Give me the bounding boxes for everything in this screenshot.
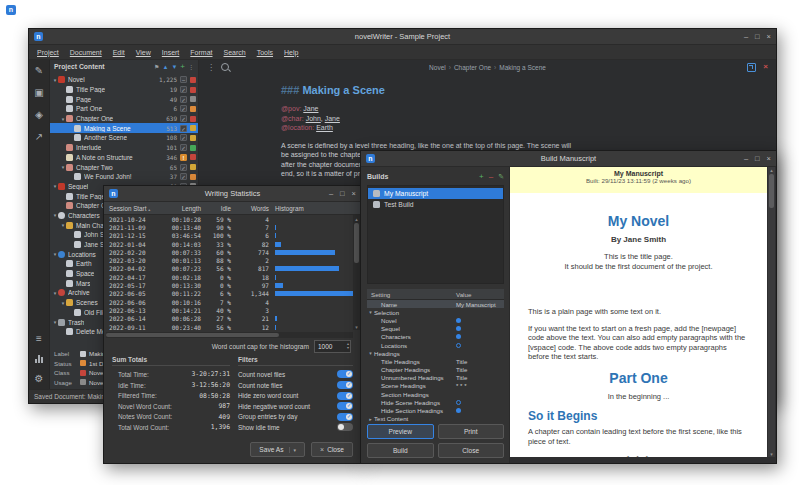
novelwriter-desktop-icon[interactable]: n (6, 5, 16, 15)
menu-format[interactable]: Format (185, 49, 217, 56)
add-item-icon[interactable]: + (180, 63, 185, 71)
setting-row[interactable]: Scene Headings* * * (367, 382, 504, 390)
column-words[interactable]: Words (231, 205, 269, 212)
histogram-cap-spinner[interactable]: 1000 ▴▾ (314, 340, 351, 353)
close-document-icon[interactable]: × (763, 63, 768, 72)
menu-help[interactable]: Help (279, 49, 303, 56)
build-close-button[interactable]: Close (438, 443, 505, 458)
tree-item[interactable]: ▾Novel1,225– (50, 75, 198, 85)
stats-titlebar[interactable]: n Writing Statistics –□× (104, 186, 361, 202)
menu-tools[interactable]: Tools (252, 49, 278, 56)
close-icon[interactable]: × (352, 189, 356, 198)
setting-row[interactable]: NameMy Manuscript (367, 300, 504, 308)
build-list-item[interactable]: Test Build (368, 199, 503, 210)
filter-toggle[interactable]: ✓ (337, 413, 353, 421)
breadcrumb-part[interactable]: Novel (429, 64, 446, 71)
keyword-value-link[interactable]: Jane (303, 105, 318, 112)
expand-arrow-icon[interactable]: ▾ (367, 309, 374, 315)
scroll-up-icon[interactable]: ▴ (353, 216, 360, 222)
active-checkbox[interactable]: ✓ (180, 164, 187, 171)
expand-arrow-icon[interactable]: ▸ (367, 416, 374, 422)
tree-item[interactable]: Page49✓ (50, 94, 198, 104)
setting-row[interactable]: Title HeadingsTitle (367, 357, 504, 365)
maximize-icon[interactable]: □ (755, 154, 760, 163)
build-button[interactable]: Build (367, 443, 434, 458)
tree-item[interactable]: We Found John!37✓ (50, 172, 198, 182)
column-idle[interactable]: Idle (201, 205, 231, 212)
active-checkbox[interactable]: ✓ (180, 86, 187, 93)
tree-item[interactable]: ▾Chapter Two65✓ (50, 162, 198, 172)
filter-toggle[interactable]: ✓ (337, 370, 353, 378)
filter-toggle[interactable] (337, 423, 353, 431)
list-icon[interactable]: ≡ (33, 332, 46, 345)
setting-row[interactable]: Chapter HeadingsTitle (367, 366, 504, 374)
preview-scrollbar[interactable]: ▴ ▾ (768, 167, 775, 457)
remove-build-icon[interactable]: – (489, 173, 493, 181)
bookmark-icon[interactable]: ⚑ (154, 63, 159, 71)
save-as-button[interactable]: Save As▾ (250, 442, 305, 457)
project-outline-icon[interactable]: ▣ (33, 86, 46, 99)
setting-row[interactable]: Unnumbered HeadingsTitle (367, 374, 504, 382)
menu-edit[interactable]: Edit (108, 49, 130, 56)
filter-toggle[interactable]: ✓ (337, 402, 353, 410)
spinner-arrows-icon[interactable]: ▴▾ (347, 341, 349, 352)
active-checkbox[interactable]: ✓ (180, 125, 187, 132)
column-session-start[interactable]: Session Start ▴ (104, 205, 157, 212)
setting-row[interactable]: ▾Headings (367, 349, 504, 357)
active-checkbox[interactable]: ✓ (180, 115, 187, 122)
tree-item[interactable]: A Note on Structure346! (50, 153, 198, 163)
active-checkbox[interactable]: ✓ (180, 96, 187, 103)
filter-toggle[interactable]: ✓ (337, 392, 353, 400)
scroll-up-icon[interactable]: ▴ (768, 167, 775, 173)
tree-item[interactable]: Part One6✓ (50, 104, 198, 114)
build-titlebar[interactable]: n Build Manuscript –□× (361, 151, 776, 167)
maximize-icon[interactable]: □ (340, 189, 345, 198)
novel-view-icon[interactable]: ◈ (33, 108, 46, 121)
edit-build-icon[interactable]: ✎ (498, 173, 504, 181)
stats-vertical-scrollbar[interactable]: ▴ ▾ (353, 215, 360, 330)
tree-item[interactable]: Interlude101✓ (50, 143, 198, 153)
active-checkbox[interactable]: – (180, 76, 187, 83)
column-histogram[interactable]: Histogram (269, 205, 361, 212)
tree-item[interactable]: Title Page19✓ (50, 85, 198, 95)
panel-menu-icon[interactable]: ⋮ (188, 63, 194, 71)
scroll-down-icon[interactable]: ▾ (768, 451, 775, 457)
menu-document[interactable]: Document (65, 49, 107, 56)
maximize-icon[interactable]: □ (755, 32, 760, 41)
statistics-icon[interactable] (35, 354, 43, 363)
filter-toggle[interactable]: ✓ (337, 381, 353, 389)
stats-horizontal-scrollbar[interactable] (106, 332, 353, 338)
breadcrumb-part[interactable]: Making a Scene (499, 64, 546, 71)
move-down-icon[interactable]: ▼ (171, 63, 177, 71)
setting-row[interactable]: Characters (367, 333, 504, 341)
setting-row[interactable]: Hide Scene Headings (367, 398, 504, 406)
focus-mode-icon[interactable] (747, 63, 756, 72)
setting-row[interactable]: Section Headings (367, 390, 504, 398)
build-list-item[interactable]: My Manuscript (368, 188, 503, 199)
menu-search[interactable]: Search (219, 49, 251, 56)
menu-insert[interactable]: Insert (157, 49, 185, 56)
active-checkbox[interactable]: ✓ (180, 144, 187, 151)
setting-row[interactable]: Novel (367, 316, 504, 324)
column-length[interactable]: Length (157, 205, 201, 212)
add-build-icon[interactable]: + (479, 173, 484, 181)
tree-item[interactable]: ▾Chapter One639✓ (50, 114, 198, 124)
edit-document-icon[interactable]: ✎ (33, 64, 46, 77)
breadcrumb-part[interactable]: Chapter One (454, 64, 491, 71)
minimize-icon[interactable]: – (744, 154, 748, 163)
settings-gear-icon[interactable]: ⚙ (33, 372, 46, 385)
setting-row[interactable]: Locations (367, 341, 504, 349)
keyword-value-link[interactable]: John (306, 115, 321, 122)
preview-button[interactable]: Preview (367, 424, 434, 439)
tree-item[interactable]: Making a Scene513✓ (50, 123, 198, 133)
keyword-value-link[interactable]: Earth (316, 124, 333, 131)
setting-row[interactable]: ▸Text Content (367, 415, 504, 423)
move-up-icon[interactable]: ▲ (162, 63, 168, 71)
active-checkbox[interactable]: ✓ (180, 105, 187, 112)
setting-row[interactable]: ▾Selection (367, 308, 504, 316)
export-icon[interactable]: ↗ (33, 130, 46, 143)
print-button[interactable]: Print (438, 424, 505, 439)
close-icon[interactable]: × (767, 32, 771, 41)
main-titlebar[interactable]: n novelWriter - Sample Project –□× (29, 29, 776, 45)
scroll-down-icon[interactable]: ▾ (353, 324, 360, 330)
